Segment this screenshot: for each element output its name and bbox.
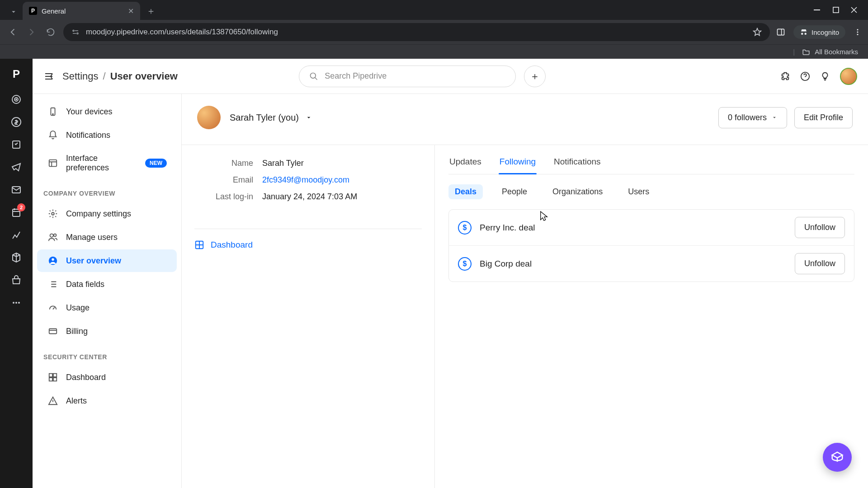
lightbulb-icon[interactable] [820, 71, 830, 81]
forward-icon [25, 27, 38, 37]
deal-name[interactable]: Big Corp deal [480, 259, 532, 269]
browser-chrome: P General ✕ ＋ moodjoy.pipedrive.com/user… [0, 0, 868, 59]
close-window-icon[interactable] [851, 7, 857, 13]
dashboard-link-label: Dashboard [211, 240, 253, 250]
svg-rect-0 [814, 9, 820, 10]
edit-profile-button[interactable]: Edit Profile [794, 107, 853, 128]
new-tab-button[interactable]: ＋ [140, 2, 162, 20]
tab-strip: P General ✕ ＋ [0, 0, 868, 20]
followers-button[interactable]: 0 followers [718, 107, 787, 128]
sidebar-item-user-overview[interactable]: User overview [37, 249, 177, 272]
add-button[interactable]: ＋ [524, 66, 546, 87]
detail-value: January 24, 2024 7:03 AM [262, 192, 357, 202]
sidebar-item-billing[interactable]: Billing [37, 320, 177, 343]
sidebar-heading-security: SECURITY CENTER [33, 343, 181, 365]
user-circle-icon [47, 256, 59, 266]
marketplace-icon[interactable] [10, 274, 23, 286]
help-icon[interactable] [800, 71, 810, 81]
svg-rect-28 [49, 329, 57, 334]
all-bookmarks-link[interactable]: All Bookmarks [815, 48, 858, 56]
tab-search-dropdown[interactable] [5, 4, 23, 20]
email-link[interactable]: 2fc9349f@moodjoy.com [262, 175, 349, 185]
sidebar-item-alerts[interactable]: Alerts [37, 389, 177, 412]
svg-point-21 [52, 114, 53, 115]
extensions-icon[interactable] [780, 71, 790, 81]
minimize-icon[interactable] [814, 6, 821, 14]
products-icon[interactable] [10, 251, 23, 264]
subtab-organizations[interactable]: Organizations [546, 184, 609, 199]
dashboard-link[interactable]: Dashboard [194, 229, 422, 250]
user-avatar[interactable] [840, 68, 857, 85]
follow-item: $ Perry Inc. deal Unfollow [449, 210, 854, 246]
subtab-deals[interactable]: Deals [448, 184, 483, 199]
svg-point-3 [77, 33, 78, 34]
sidebar-item-data-fields[interactable]: Data fields [37, 273, 177, 296]
favicon-icon: P [29, 7, 37, 15]
browser-tab-active[interactable]: P General ✕ [23, 2, 140, 20]
app-logo[interactable]: P [7, 65, 25, 83]
activities-icon[interactable]: 2 [10, 206, 23, 219]
mail-icon[interactable] [10, 183, 23, 196]
detail-email: Email 2fc9349f@moodjoy.com [194, 175, 422, 185]
projects-icon[interactable] [10, 138, 23, 151]
close-tab-icon[interactable]: ✕ [128, 7, 134, 15]
svg-point-12 [16, 99, 17, 100]
url-bar[interactable]: moodjoy.pipedrive.com/users/details/1387… [63, 23, 770, 41]
breadcrumb-current: User overview [110, 70, 178, 82]
reload-icon[interactable] [44, 28, 57, 37]
panel-icon[interactable] [776, 28, 785, 37]
secondary-tabs: Deals People Organizations Users [448, 174, 854, 209]
deal-icon: $ [458, 221, 472, 235]
gear-icon [47, 209, 59, 219]
sidebar-item-manage-users[interactable]: Manage users [37, 226, 177, 249]
bookmark-star-icon[interactable] [753, 28, 762, 37]
tab-following[interactable]: Following [499, 154, 537, 174]
sidebar-item-label: Notifications [66, 131, 110, 140]
profile-avatar [197, 106, 221, 129]
breadcrumb-root[interactable]: Settings [62, 70, 99, 82]
unfollow-button[interactable]: Unfollow [795, 253, 845, 274]
deal-name[interactable]: Perry Inc. deal [480, 223, 535, 233]
unfollow-button[interactable]: Unfollow [795, 217, 845, 238]
search-input[interactable]: Search Pipedrive [299, 66, 516, 87]
insights-icon[interactable] [10, 229, 23, 241]
subtab-people[interactable]: People [495, 184, 533, 199]
leads-icon[interactable] [10, 93, 23, 106]
detail-last-login: Last log-in January 24, 2024 7:03 AM [194, 192, 422, 202]
detail-value: Sarah Tyler [262, 159, 304, 168]
chevron-down-icon [305, 114, 312, 121]
profile-name-dropdown[interactable]: Sarah Tyler (you) [230, 113, 312, 123]
app-header: Settings / User overview Search Pipedriv… [33, 59, 868, 94]
user-details: Name Sarah Tyler Email 2fc9349f@moodjoy.… [182, 145, 435, 488]
new-badge: NEW [145, 159, 167, 168]
sidebar-item-label: Interface preferences [66, 154, 129, 173]
tab-updates[interactable]: Updates [448, 154, 482, 174]
incognito-indicator[interactable]: Incognito [793, 25, 845, 39]
campaigns-icon[interactable] [10, 161, 23, 174]
back-icon[interactable] [6, 27, 19, 37]
sidebar-item-notifications[interactable]: Notifications [37, 124, 177, 146]
kebab-menu-icon[interactable] [854, 28, 862, 36]
edit-profile-label: Edit Profile [804, 113, 843, 122]
collapse-sidebar-icon[interactable] [43, 71, 54, 82]
tab-notifications[interactable]: Notifications [553, 154, 602, 174]
sidebar-item-usage[interactable]: Usage [37, 296, 177, 319]
detail-name: Name Sarah Tyler [194, 159, 422, 168]
follow-list: $ Perry Inc. deal Unfollow $ Big Corp de… [448, 209, 854, 282]
deals-icon[interactable] [10, 116, 23, 128]
sidebar-item-interface-prefs[interactable]: Interface preferences NEW [37, 147, 177, 179]
more-icon[interactable] [10, 296, 23, 309]
sidebar-item-company-settings[interactable]: Company settings [37, 202, 177, 225]
svg-point-5 [857, 29, 859, 30]
svg-point-23 [52, 212, 54, 215]
profile-header: Sarah Tyler (you) 0 followers Edit Profi… [182, 94, 868, 145]
sidebar-item-your-devices[interactable]: Your devices [37, 100, 177, 123]
maximize-icon[interactable] [833, 7, 839, 13]
svg-point-19 [18, 302, 20, 304]
knowledge-base-fab[interactable] [823, 443, 852, 472]
chevron-down-icon [771, 114, 778, 121]
subtab-users[interactable]: Users [622, 184, 656, 199]
site-settings-icon[interactable] [71, 28, 80, 36]
device-icon [47, 107, 59, 117]
sidebar-item-dashboard[interactable]: Dashboard [37, 366, 177, 389]
